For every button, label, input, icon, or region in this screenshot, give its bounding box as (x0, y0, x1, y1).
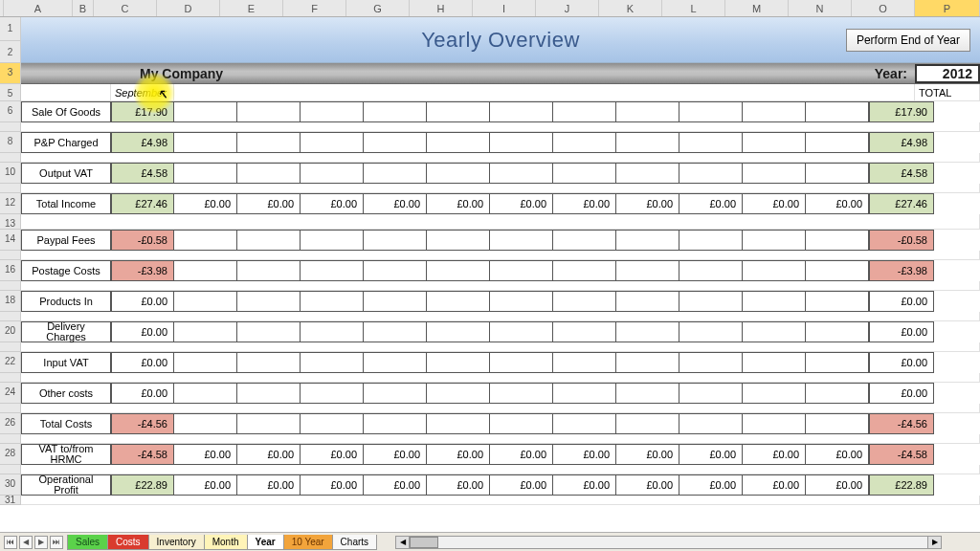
month-value[interactable] (364, 413, 427, 434)
month-value[interactable]: £0.00 (301, 193, 364, 214)
month-value[interactable] (743, 413, 806, 434)
first-month-value[interactable]: £0.00 (111, 291, 174, 312)
month-value[interactable] (301, 413, 364, 434)
month-value[interactable]: £0.00 (743, 474, 806, 496)
month-value[interactable] (553, 260, 616, 281)
tab-ten-year[interactable]: 10 Year (283, 535, 333, 550)
month-value[interactable] (679, 321, 743, 342)
tab-sales[interactable]: Sales (67, 535, 108, 550)
month-value[interactable]: £0.00 (743, 444, 806, 465)
month-value[interactable] (553, 132, 616, 153)
month-value[interactable] (427, 383, 490, 404)
tab-month[interactable]: Month (204, 535, 248, 550)
month-value[interactable] (427, 413, 490, 434)
month-value[interactable] (301, 383, 364, 404)
month-value[interactable]: £0.00 (806, 444, 869, 465)
month-value[interactable] (616, 383, 679, 404)
month-value[interactable]: £0.00 (490, 193, 553, 214)
month-value[interactable] (490, 291, 553, 312)
month-value[interactable] (427, 260, 490, 281)
month-value[interactable] (743, 260, 806, 281)
month-value[interactable] (364, 101, 427, 122)
month-value[interactable]: £0.00 (364, 444, 427, 465)
column-header-M[interactable]: M (725, 0, 789, 16)
month-value[interactable] (806, 101, 869, 122)
month-value[interactable] (427, 101, 490, 122)
first-month-value[interactable]: £22.89 (111, 474, 174, 496)
month-value[interactable]: £0.00 (237, 193, 301, 214)
month-value[interactable] (174, 413, 237, 434)
month-value[interactable]: £0.00 (679, 474, 743, 496)
month-value[interactable] (301, 321, 364, 342)
month-value[interactable] (237, 383, 301, 404)
month-value[interactable] (301, 291, 364, 312)
month-value[interactable]: £0.00 (174, 474, 237, 496)
first-month-value[interactable]: £17.90 (111, 101, 174, 122)
month-value[interactable]: £0.00 (553, 474, 616, 496)
column-header-E[interactable]: E (220, 0, 283, 16)
first-month-value[interactable]: £4.58 (111, 163, 174, 184)
month-value[interactable]: £0.00 (174, 193, 237, 214)
month-value[interactable]: £0.00 (616, 474, 679, 496)
month-value[interactable]: £0.00 (490, 474, 553, 496)
month-value[interactable] (174, 291, 237, 312)
month-value[interactable] (743, 352, 806, 373)
month-value[interactable]: £0.00 (364, 193, 427, 214)
month-value[interactable] (553, 101, 616, 122)
column-header-L[interactable]: L (662, 0, 725, 16)
month-value[interactable] (301, 230, 364, 251)
month-value[interactable]: £0.00 (174, 444, 237, 465)
month-value[interactable] (679, 383, 743, 404)
month-value[interactable] (301, 101, 364, 122)
month-value[interactable] (364, 383, 427, 404)
first-month-value[interactable]: £0.00 (111, 383, 174, 404)
month-value[interactable] (490, 163, 553, 184)
column-header-F[interactable]: F (283, 0, 346, 16)
month-value[interactable] (174, 132, 237, 153)
month-value[interactable] (301, 260, 364, 281)
column-header-H[interactable]: H (410, 0, 473, 16)
month-value[interactable] (679, 413, 743, 434)
column-header-K[interactable]: K (599, 0, 662, 16)
month-value[interactable] (490, 352, 553, 373)
month-value[interactable] (806, 291, 869, 312)
horizontal-scrollbar[interactable]: ◀ ▶ (395, 536, 942, 549)
month-value[interactable] (364, 163, 427, 184)
month-value[interactable] (743, 321, 806, 342)
scroll-thumb[interactable] (410, 537, 438, 548)
month-value[interactable] (553, 163, 616, 184)
month-value[interactable]: £0.00 (553, 444, 616, 465)
month-value[interactable] (806, 132, 869, 153)
month-value[interactable] (427, 321, 490, 342)
month-value[interactable] (743, 163, 806, 184)
month-value[interactable] (616, 260, 679, 281)
month-value[interactable] (679, 291, 743, 312)
first-month-value[interactable]: £4.98 (111, 132, 174, 153)
first-month-value[interactable]: -£4.56 (111, 413, 174, 434)
month-value[interactable] (490, 230, 553, 251)
scroll-left-icon[interactable]: ◀ (396, 537, 410, 548)
month-value[interactable] (427, 352, 490, 373)
month-value[interactable] (743, 132, 806, 153)
month-value[interactable] (806, 260, 869, 281)
month-value[interactable] (237, 260, 301, 281)
month-value[interactable] (616, 321, 679, 342)
month-value[interactable] (301, 163, 364, 184)
month-value[interactable] (553, 352, 616, 373)
month-value[interactable] (490, 101, 553, 122)
month-value[interactable] (174, 352, 237, 373)
perform-end-of-year-button[interactable]: Perform End of Year (846, 29, 970, 52)
month-value[interactable] (553, 230, 616, 251)
month-value[interactable]: £0.00 (553, 193, 616, 214)
month-value[interactable] (427, 163, 490, 184)
month-value[interactable]: £0.00 (301, 474, 364, 496)
tab-inventory[interactable]: Inventory (148, 535, 205, 550)
month-value[interactable] (364, 291, 427, 312)
month-value[interactable] (806, 413, 869, 434)
month-value[interactable]: £0.00 (616, 193, 679, 214)
month-value[interactable] (490, 413, 553, 434)
month-value[interactable] (490, 260, 553, 281)
month-value[interactable] (490, 132, 553, 153)
month-value[interactable] (553, 291, 616, 312)
month-value[interactable]: £0.00 (679, 193, 743, 214)
